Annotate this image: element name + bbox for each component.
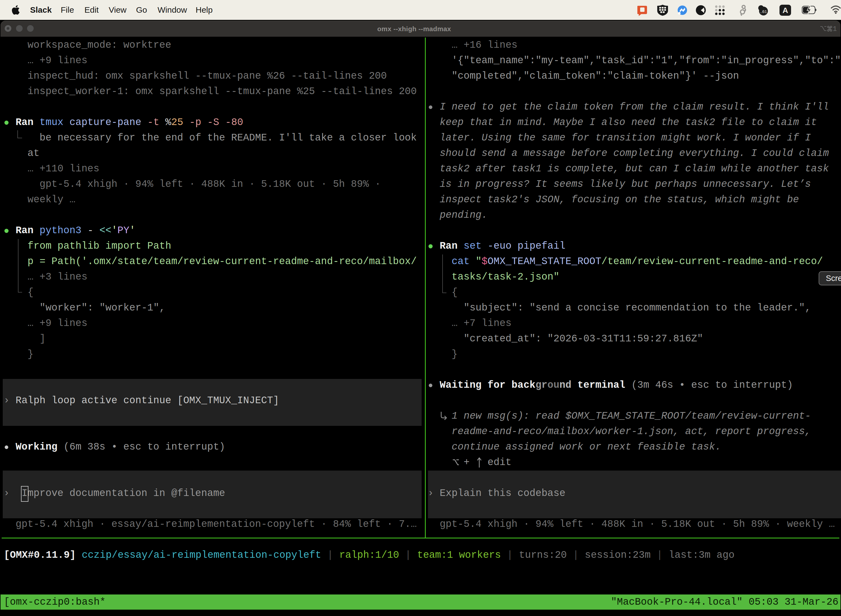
svg-text:1: 1: [833, 25, 837, 32]
svg-text:A: A: [782, 6, 788, 15]
svg-text:..61: ..61: [760, 9, 767, 14]
